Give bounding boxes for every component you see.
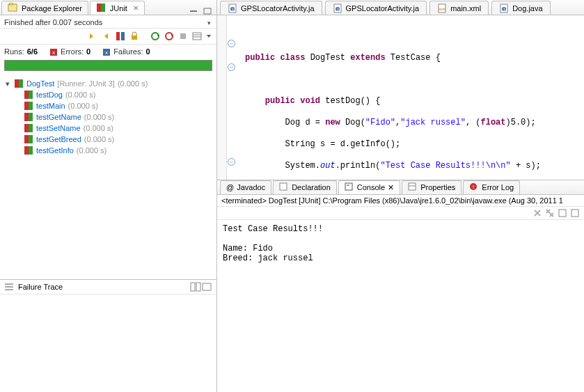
svg-rect-6 (116, 32, 120, 40)
failure-trace-icon (4, 283, 14, 291)
console-icon (345, 182, 354, 192)
junit-toolbar (0, 29, 216, 45)
java-file-icon: J (333, 3, 342, 13)
fold-minus-icon[interactable]: – (228, 63, 235, 71)
tab-properties[interactable]: Properties (402, 180, 461, 194)
test-pass-icon (24, 123, 33, 133)
tab-console[interactable]: Console✕ (338, 180, 400, 194)
svg-text:J: J (503, 8, 505, 12)
svg-rect-50 (280, 183, 287, 190)
prev-failure-icon[interactable] (101, 31, 112, 42)
svg-text:!: ! (473, 184, 474, 190)
rerun-failed-icon[interactable] (164, 31, 175, 42)
tree-root[interactable]: ▾ DogTest [Runner: JUnit 3] (0.000 s) (4, 78, 212, 89)
svg-text:x: x (105, 49, 108, 56)
remove-all-icon[interactable] (545, 208, 555, 218)
pin-console-icon[interactable] (570, 208, 580, 218)
test-tree[interactable]: ▾ DogTest [Runner: JUnit 3] (0.000 s) te… (0, 75, 216, 279)
failures-value: 0 (145, 47, 150, 56)
test-pass-icon (24, 146, 33, 155)
tree-item[interactable]: testDog (0.000 s) (4, 89, 212, 100)
console-info-text: <terminated> DogTest [JUnit] C:\Program … (221, 196, 580, 205)
folding-ruler[interactable]: – – – – – (227, 15, 237, 180)
svg-rect-38 (203, 283, 211, 290)
svg-rect-37 (196, 283, 200, 291)
show-failures-icon[interactable] (115, 31, 126, 42)
svg-text:xml: xml (439, 7, 445, 11)
maximize-icon[interactable] (203, 8, 212, 15)
editor-tab[interactable]: J Dog.java (491, 1, 550, 15)
next-failure-icon[interactable] (87, 31, 98, 42)
tree-item[interactable]: testGetBreed (0.000 s) (4, 134, 212, 145)
editor-tab[interactable]: J GPSLocatorActivity.ja (325, 1, 427, 15)
java-file-icon: J (499, 3, 509, 13)
tab-label: GPSLocatorActivity.ja (346, 4, 420, 13)
test-pass-icon (24, 112, 33, 122)
tree-item[interactable]: testGetInfo (0.000 s) (4, 145, 212, 156)
tab-label: Declaration (292, 183, 331, 191)
console-output[interactable]: Test Case Results!!! Name: Fido Breed: j… (217, 220, 584, 393)
tab-junit[interactable]: JUnit ✕ (90, 1, 145, 15)
test-suite-pass-icon (14, 79, 24, 88)
close-icon[interactable]: ✕ (133, 4, 139, 12)
menu-icon[interactable] (205, 31, 212, 42)
svg-rect-58 (571, 210, 578, 217)
tab-label: main.xml (450, 4, 481, 13)
clear-console-icon[interactable] (558, 208, 567, 218)
status-text: Finished after 0.007 seconds (4, 18, 102, 26)
rerun-icon[interactable] (150, 31, 161, 42)
tree-item-time: (0.000 s) (77, 146, 106, 155)
failure-trace-body (0, 295, 216, 392)
tree-item[interactable]: testMain (0.000 s) (4, 100, 212, 111)
svg-rect-19 (15, 79, 19, 88)
tree-root-label: DogTest (26, 79, 54, 88)
xml-file-icon: xml (437, 3, 447, 13)
tree-root-runner: [Runner: JUnit 3] (57, 79, 115, 88)
editor-tab[interactable]: J GPSLocatorActivity.ja (220, 1, 322, 15)
bottom-view-tabs: @Javadoc Declaration Console✕ Properties… (217, 180, 584, 195)
tab-error-log[interactable]: !Error Log (463, 180, 520, 194)
tree-item[interactable]: testSetName (0.000 s) (4, 123, 212, 134)
console-info-bar: <terminated> DogTest [JUnit] C:\Program … (217, 195, 584, 207)
svg-rect-20 (19, 79, 23, 88)
chevron-down-icon[interactable]: ▾ (207, 19, 211, 26)
svg-rect-11 (180, 33, 186, 39)
close-icon[interactable]: ✕ (388, 183, 394, 192)
tab-javadoc[interactable]: @Javadoc (220, 180, 271, 194)
tree-root-time: (0.000 s) (118, 79, 148, 88)
junit-icon (96, 3, 107, 14)
runs-value: 6/6 (27, 47, 38, 56)
properties-icon (408, 182, 418, 192)
fold-minus-icon[interactable]: – (228, 158, 235, 166)
console-toolbar (217, 207, 584, 220)
errors-label: Errors: (61, 47, 84, 56)
editor-tab[interactable]: xml main.xml (429, 1, 489, 15)
filter-icon[interactable] (201, 282, 212, 292)
tab-declaration[interactable]: Declaration (273, 180, 337, 194)
fold-minus-icon[interactable]: – (228, 40, 235, 47)
scroll-lock-icon[interactable] (129, 31, 140, 42)
compare-icon[interactable] (190, 282, 201, 292)
collapse-caret-icon[interactable]: ▾ (4, 79, 11, 88)
code-area[interactable]: public class DogTest extends TestCase { … (237, 15, 584, 180)
code-editor[interactable]: – – – – – public class DogTest extends T… (217, 15, 584, 180)
tab-package-explorer[interactable]: Package Explorer (1, 1, 88, 15)
svg-rect-32 (29, 146, 33, 155)
tree-item[interactable]: testGetName (0.000 s) (4, 111, 212, 123)
remove-launch-icon[interactable] (532, 208, 542, 218)
svg-rect-2 (97, 3, 101, 12)
runs-label: Runs: (4, 47, 24, 56)
svg-rect-26 (29, 113, 33, 121)
tab-label: Package Explorer (22, 4, 82, 13)
tab-label: Console (357, 183, 385, 191)
minimize-icon[interactable] (189, 8, 198, 15)
svg-rect-31 (24, 146, 29, 155)
overview-ruler (217, 15, 227, 180)
stop-icon[interactable] (177, 31, 189, 42)
tab-label: Error Log (482, 183, 514, 191)
test-pass-icon (24, 134, 33, 144)
error-icon: x (50, 49, 57, 56)
svg-rect-5 (204, 8, 211, 14)
svg-rect-12 (193, 33, 201, 40)
history-icon[interactable] (191, 31, 203, 42)
